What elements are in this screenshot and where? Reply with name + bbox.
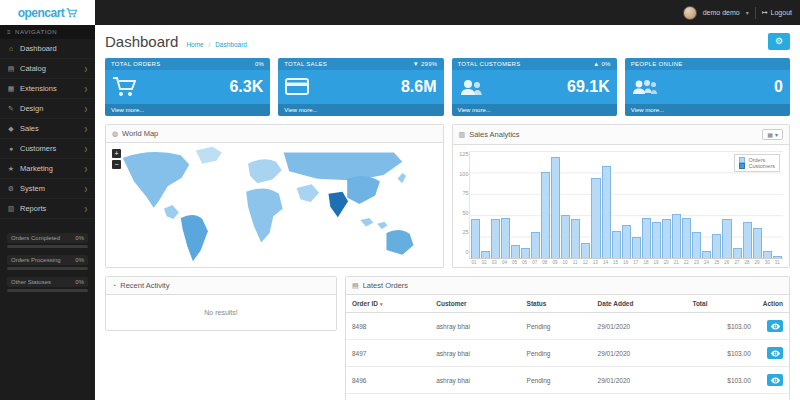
sidebar-item-dashboard[interactable]: ⌂ Dashboard bbox=[0, 39, 95, 59]
col-status[interactable]: Status bbox=[521, 295, 592, 313]
people-group-icon bbox=[632, 77, 658, 97]
orders-header-row: Order ID▾ Customer Status Date Added Tot… bbox=[346, 295, 789, 313]
x-tick-label: 06 bbox=[520, 260, 529, 265]
order-row: 8498 ashray bhai Pending 29/01/2020 $103… bbox=[346, 313, 789, 340]
stat-label: Orders Processing bbox=[11, 257, 61, 263]
col-date-added[interactable]: Date Added bbox=[592, 295, 687, 313]
latest-orders-title: Latest Orders bbox=[363, 281, 408, 290]
tile-total-customers: TOTAL CUSTOMERS ▲ 0% 69.1K View more... bbox=[452, 58, 617, 116]
map-zoom-out-button[interactable]: − bbox=[112, 160, 121, 169]
tile-label: TOTAL SALES bbox=[284, 61, 327, 67]
y-tick-label: 100 bbox=[455, 171, 469, 177]
sidebar-item-design[interactable]: ✎ Design ❯ bbox=[0, 99, 95, 119]
chart-bar bbox=[712, 234, 721, 258]
y-tick-label: 25 bbox=[455, 229, 469, 235]
nav-item-icon: ▥ bbox=[7, 205, 15, 213]
world-map-svg[interactable] bbox=[106, 143, 443, 265]
order-id: 8495 bbox=[346, 394, 430, 400]
chart-bar bbox=[612, 231, 621, 258]
chevron-down-icon: ▾ bbox=[746, 9, 749, 16]
nav-item-label: System bbox=[20, 184, 45, 193]
chart-bar bbox=[481, 251, 490, 258]
sidebar-item-reports[interactable]: ▥ Reports ❯ bbox=[0, 199, 95, 219]
y-tick-label: 0 bbox=[455, 249, 469, 255]
chart-bar bbox=[602, 166, 611, 258]
breadcrumb-separator: / bbox=[209, 41, 211, 48]
x-tick-label: 14 bbox=[601, 260, 610, 265]
chart-bar bbox=[561, 215, 570, 258]
nav-item-icon: ★ bbox=[7, 165, 15, 173]
x-tick-label: 08 bbox=[540, 260, 549, 265]
chart-range-button[interactable]: ▦ ▾ bbox=[762, 129, 783, 140]
col-order-id[interactable]: Order ID▾ bbox=[346, 295, 430, 313]
order-total: $103.00 bbox=[686, 340, 756, 367]
tile-total-orders: TOTAL ORDERS 0% 6.3K View more... bbox=[105, 58, 270, 116]
world-map-panel: ◍ World Map + − bbox=[105, 124, 444, 268]
view-more-link[interactable]: View more... bbox=[278, 104, 443, 116]
x-tick-label: 23 bbox=[692, 260, 701, 265]
col-customer[interactable]: Customer bbox=[430, 295, 520, 313]
chart-bar bbox=[511, 245, 520, 258]
order-id: 8498 bbox=[346, 313, 430, 340]
breadcrumb-home[interactable]: Home bbox=[186, 41, 203, 48]
chart-bar bbox=[581, 243, 590, 258]
nav-list: ⌂ Dashboard ▤ Catalog ❯ ▦ Extensions ❯ ✎… bbox=[0, 39, 95, 219]
view-order-button[interactable] bbox=[767, 320, 783, 332]
latest-orders-table: Order ID▾ Customer Status Date Added Tot… bbox=[346, 295, 789, 400]
tile-value: 6.3K bbox=[229, 78, 263, 96]
view-order-button[interactable] bbox=[767, 374, 783, 386]
progress-bar bbox=[7, 245, 88, 248]
user-area: demo demo ▾ ↦ Logout bbox=[683, 6, 800, 20]
eye-icon bbox=[771, 377, 780, 384]
sort-caret-icon: ▾ bbox=[380, 301, 383, 307]
sidebar-item-sales[interactable]: ◆ Sales ❯ bbox=[0, 119, 95, 139]
sales-chart-body: 1251007550250 Orders Customers 010203040… bbox=[453, 145, 790, 267]
x-tick-label: 07 bbox=[530, 260, 539, 265]
breadcrumb-current[interactable]: Dashboard bbox=[215, 41, 247, 48]
col-total[interactable]: Total bbox=[686, 295, 756, 313]
view-order-button[interactable] bbox=[767, 347, 783, 359]
view-more-link[interactable]: View more... bbox=[105, 104, 270, 116]
sales-xlabels: 0102030405060708091011121314151617181920… bbox=[469, 259, 784, 265]
breadcrumb: Home / Dashboard bbox=[186, 41, 247, 48]
sidebar-item-extensions[interactable]: ▦ Extensions ❯ bbox=[0, 79, 95, 99]
chart-bar bbox=[531, 232, 540, 258]
chart-bar bbox=[682, 218, 691, 258]
recent-activity-title: Recent Activity bbox=[120, 281, 169, 290]
dashboard-settings-button[interactable]: ⚙ bbox=[768, 33, 790, 50]
map-zoom-in-button[interactable]: + bbox=[112, 149, 121, 158]
chart-bar bbox=[773, 256, 782, 258]
user-name[interactable]: demo demo bbox=[703, 9, 740, 16]
legend-swatch-customers bbox=[739, 163, 745, 169]
view-more-link[interactable]: View more... bbox=[625, 104, 790, 116]
chart-bar bbox=[642, 218, 651, 258]
tile-people-online: PEOPLE ONLINE 0 View more... bbox=[625, 58, 790, 116]
order-date: 29/01/2020 bbox=[592, 313, 687, 340]
tile-value: 0 bbox=[774, 78, 783, 96]
chart-bar bbox=[491, 219, 500, 258]
user-avatar[interactable] bbox=[683, 6, 697, 20]
logout-label: Logout bbox=[771, 9, 792, 16]
order-row: 8497 ashray bhai Pending 29/01/2020 $103… bbox=[346, 340, 789, 367]
x-tick-label: 04 bbox=[500, 260, 509, 265]
view-more-link[interactable]: View more... bbox=[452, 104, 617, 116]
order-customer: ashray bhai bbox=[430, 313, 520, 340]
logo[interactable]: opencart bbox=[0, 0, 95, 25]
chart-bar bbox=[501, 218, 510, 258]
list-icon: ▤ bbox=[352, 282, 359, 290]
sidebar: ≡ NAVIGATION ⌂ Dashboard ▤ Catalog ❯ ▦ E… bbox=[0, 25, 95, 400]
sidebar-item-marketing[interactable]: ★ Marketing ❯ bbox=[0, 159, 95, 179]
stat-tiles: TOTAL ORDERS 0% 6.3K View more... TOTAL … bbox=[105, 58, 790, 116]
x-tick-label: 17 bbox=[631, 260, 640, 265]
middle-row: ◍ World Map + − bbox=[105, 124, 790, 268]
order-customer: ashray bhai bbox=[430, 394, 520, 400]
sidebar-item-catalog[interactable]: ▤ Catalog ❯ bbox=[0, 59, 95, 79]
logout-button[interactable]: ↦ Logout bbox=[762, 9, 792, 17]
x-tick-label: 24 bbox=[702, 260, 711, 265]
x-tick-label: 22 bbox=[682, 260, 691, 265]
sidebar-item-system[interactable]: ⚙ System ❯ bbox=[0, 179, 95, 199]
sidebar-item-customers[interactable]: ● Customers ❯ bbox=[0, 139, 95, 159]
nav-item-label: Marketing bbox=[20, 164, 53, 173]
chart-bar bbox=[672, 214, 681, 259]
x-tick-label: 09 bbox=[550, 260, 559, 265]
